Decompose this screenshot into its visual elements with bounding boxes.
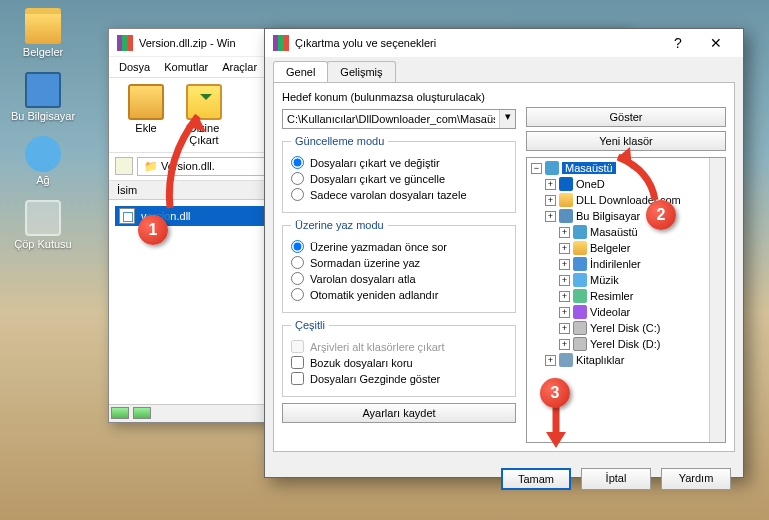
radio-auto-rename[interactable]: Otomatik yeniden adlandır — [291, 288, 507, 301]
tree-root-desktop[interactable]: − Masaüstü — [527, 160, 725, 176]
destination-label: Hedef konum (bulunmazsa oluşturulacak) — [282, 91, 516, 103]
music-icon — [573, 273, 587, 287]
expand-icon[interactable]: + — [559, 307, 570, 318]
chk-keep-broken[interactable]: Bozuk dosyaları koru — [291, 356, 507, 369]
menu-commands[interactable]: Komutlar — [164, 61, 208, 73]
chk-show-explorer[interactable]: Dosyaları Gezginde göster — [291, 372, 507, 385]
extract-dialog: Çıkartma yolu ve seçenekleri ? ✕ Genel G… — [264, 28, 744, 478]
expand-icon[interactable]: + — [545, 195, 556, 206]
radio-ask-overwrite[interactable]: Üzerine yazmadan önce sor — [291, 240, 507, 253]
toolbar-extract-button[interactable]: Dizine Çıkart — [175, 84, 233, 146]
expand-icon[interactable]: + — [559, 323, 570, 334]
disk-icon — [573, 337, 587, 351]
tree-item[interactable]: +Bu Bilgisayar — [527, 208, 725, 224]
chevron-down-icon[interactable]: ▾ — [499, 110, 515, 128]
tree-item[interactable]: +OneD — [527, 176, 725, 192]
expand-icon[interactable]: + — [559, 243, 570, 254]
winrar-title-text: Version.dll.zip - Win — [139, 37, 236, 49]
tree-scrollbar[interactable] — [709, 158, 725, 442]
winrar-icon — [117, 35, 133, 51]
dll-icon — [119, 208, 135, 224]
expand-icon[interactable]: + — [559, 227, 570, 238]
tree-item[interactable]: +Resimler — [527, 288, 725, 304]
dialog-titlebar[interactable]: Çıkartma yolu ve seçenekleri ? ✕ — [265, 29, 743, 57]
ok-button[interactable]: Tamam — [501, 468, 571, 490]
pics-icon — [573, 289, 587, 303]
desktop-icon-documents[interactable]: Belgeler — [8, 8, 78, 58]
desktop-icon-computer[interactable]: Bu Bilgisayar — [8, 72, 78, 122]
tree-item[interactable]: +Yerel Disk (C:) — [527, 320, 725, 336]
toolbar-add-button[interactable]: Ekle — [117, 84, 175, 146]
tab-general[interactable]: Genel — [273, 61, 328, 82]
expand-icon[interactable]: + — [559, 259, 570, 270]
tab-advanced[interactable]: Gelişmiş — [327, 61, 395, 82]
tree-item[interactable]: +Belgeler — [527, 240, 725, 256]
close-button[interactable]: ✕ — [697, 31, 735, 55]
desktop-icon — [545, 161, 559, 175]
expand-icon[interactable]: + — [545, 211, 556, 222]
radio-overwrite-noask[interactable]: Sormadan üzerine yaz — [291, 256, 507, 269]
tree-item[interactable]: +Videolar — [527, 304, 725, 320]
expand-icon[interactable]: + — [545, 355, 556, 366]
desktop-icon — [573, 225, 587, 239]
dialog-icon — [273, 35, 289, 51]
disk-icon — [573, 321, 587, 335]
tree-item[interactable]: +Kitaplıklar — [527, 352, 725, 368]
chk-subfolders[interactable]: Arşivleri alt klasörlere çıkart — [291, 340, 507, 353]
annotation-marker-2: 2 — [646, 200, 676, 230]
expand-icon[interactable]: + — [559, 275, 570, 286]
pc-icon — [559, 209, 573, 223]
down-icon — [573, 257, 587, 271]
destination-path-input[interactable] — [283, 110, 499, 128]
radio-skip-existing[interactable]: Varolan dosyaları atla — [291, 272, 507, 285]
expand-icon[interactable]: + — [545, 179, 556, 190]
radio-extract-replace[interactable]: Dosyaları çıkart ve değiştir — [291, 156, 507, 169]
tree-item[interactable]: +DLL Downloader.com — [527, 192, 725, 208]
destination-path-combo[interactable]: ▾ — [282, 109, 516, 129]
folder-icon — [573, 241, 587, 255]
libs-icon — [559, 353, 573, 367]
display-button[interactable]: Göster — [526, 107, 726, 127]
vids-icon — [573, 305, 587, 319]
tree-item[interactable]: +İndirilenler — [527, 256, 725, 272]
collapse-icon[interactable]: − — [531, 163, 542, 174]
cancel-button[interactable]: İptal — [581, 468, 651, 490]
update-mode-group: Güncelleme modu Dosyaları çıkart ve deği… — [282, 135, 516, 213]
overwrite-mode-group: Üzerine yaz modu Üzerine yazmadan önce s… — [282, 219, 516, 313]
desktop-icon-trash[interactable]: Çöp Kutusu — [8, 200, 78, 250]
menu-file[interactable]: Dosya — [119, 61, 150, 73]
expand-icon[interactable]: + — [559, 291, 570, 302]
up-icon[interactable] — [115, 157, 133, 175]
radio-extract-update[interactable]: Dosyaları çıkart ve güncelle — [291, 172, 507, 185]
save-settings-button[interactable]: Ayarları kaydet — [282, 403, 516, 423]
help-titlebar-button[interactable]: ? — [659, 31, 697, 55]
misc-group: Çeşitli Arşivleri alt klasörlere çıkart … — [282, 319, 516, 397]
desktop-icons: Belgeler Bu Bilgisayar Ağ Çöp Kutusu — [0, 0, 90, 272]
dialog-title-text: Çıkartma yolu ve seçenekleri — [295, 37, 436, 49]
tree-item[interactable]: +Masaüstü — [527, 224, 725, 240]
onedrive-icon — [559, 177, 573, 191]
expand-icon[interactable]: + — [559, 339, 570, 350]
new-folder-button[interactable]: Yeni klasör — [526, 131, 726, 151]
folder-icon — [559, 193, 573, 207]
menu-tools[interactable]: Araçlar — [222, 61, 257, 73]
tree-item[interactable]: +Yerel Disk (D:) — [527, 336, 725, 352]
help-button[interactable]: Yardım — [661, 468, 731, 490]
radio-freshen[interactable]: Sadece varolan dosyaları tazele — [291, 188, 507, 201]
annotation-marker-3: 3 — [540, 378, 570, 408]
desktop-icon-network[interactable]: Ağ — [8, 136, 78, 186]
tab-strip: Genel Gelişmiş — [265, 57, 743, 82]
tree-item[interactable]: +Müzik — [527, 272, 725, 288]
annotation-marker-1: 1 — [138, 215, 168, 245]
